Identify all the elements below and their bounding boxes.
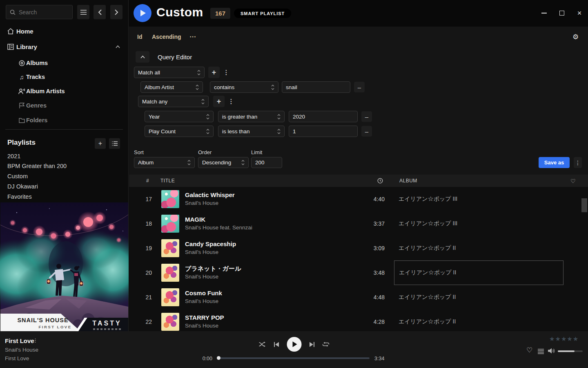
close-button[interactable]: × [573, 7, 586, 19]
next-button[interactable] [310, 342, 315, 347]
now-playing-artwork[interactable]: SNAIL'S HOUSE FIRST LOVE TASTY [0, 202, 129, 331]
track-album-cell[interactable]: エイリアン☆ポップ II [394, 236, 564, 260]
seek-bar[interactable] [218, 357, 370, 359]
playlist-item[interactable]: Favorites [7, 192, 32, 202]
scrollbar-thumb[interactable] [581, 198, 587, 212]
rule-field-select[interactable]: Year [145, 111, 214, 122]
rule-operator-select[interactable]: is less than [218, 126, 285, 137]
sort-select[interactable]: Album [134, 157, 195, 168]
sidebar-item-home[interactable]: Home [0, 25, 128, 37]
query-collapse-button[interactable] [136, 51, 149, 63]
search-box[interactable] [6, 5, 73, 19]
maximize-button[interactable] [556, 7, 568, 19]
track-album-cell[interactable]: エイリアン☆ポップ II [394, 285, 564, 310]
track-row[interactable]: 22 STARRY POP Snail's House 4:28 エイリアン☆ポ… [129, 310, 588, 331]
group-menu-button[interactable]: ⋮ [223, 67, 229, 78]
rule-value-field [289, 126, 358, 137]
group-menu-button[interactable]: ⋮ [228, 96, 234, 107]
previous-button[interactable] [274, 342, 279, 347]
limit-input[interactable] [255, 159, 278, 166]
track-album-cell[interactable]: エイリアン☆ポップ III [394, 187, 564, 211]
save-as-button[interactable]: Save as [539, 157, 570, 168]
seek-handle[interactable] [217, 356, 220, 360]
playlist-item[interactable]: Custom [7, 171, 28, 181]
track-row[interactable]: 20 プラネット・ガール Snail's House 3:48 エイリアン☆ポッ… [129, 260, 588, 285]
add-rule-button[interactable]: + [208, 67, 220, 78]
chevron-up-icon[interactable] [116, 45, 120, 48]
match-select[interactable]: Match all [134, 67, 205, 78]
heart-icon[interactable]: ♡ [526, 346, 532, 355]
track-album-cell[interactable]: エイリアン☆ポップ II [394, 260, 564, 285]
minimize-button[interactable] [538, 7, 550, 19]
track-row[interactable]: 19 Candy Spaceship Snail's House 3:09 エイ… [129, 236, 588, 260]
sidebar-item-library[interactable]: Library [0, 41, 128, 52]
track-album-cell[interactable]: エイリアン☆ポップ III [394, 211, 564, 236]
queue-button[interactable] [538, 348, 544, 356]
rule-value-input[interactable] [293, 114, 354, 120]
menu-button[interactable] [77, 5, 89, 19]
column-title[interactable]: TITLE [160, 178, 175, 184]
add-rule-button[interactable]: + [213, 96, 225, 107]
order-select[interactable]: Descending [198, 157, 249, 168]
track-album-cell[interactable]: エイリアン☆ポップ II [394, 310, 564, 331]
sidebar-divider [5, 129, 123, 130]
track-artist: Snail's House [185, 323, 218, 329]
list-sort-field[interactable]: Id [137, 34, 142, 40]
playlist-item[interactable]: BPM Greater than 200 [7, 161, 67, 171]
track-title: プラネット・ガール [185, 265, 241, 273]
playlist-item[interactable]: DJ Okawari [7, 182, 38, 191]
limit-field [251, 157, 282, 168]
list-sort-direction[interactable]: Ascending [152, 34, 181, 40]
now-playing-menu-button[interactable]: ⋮ [33, 337, 38, 343]
back-button[interactable] [94, 5, 106, 19]
remove-rule-button[interactable]: – [354, 82, 365, 92]
duration-column[interactable] [377, 178, 383, 185]
repeat-button[interactable] [323, 341, 330, 347]
sidebar-item-folders[interactable]: Folders [0, 114, 128, 126]
track-title: Cosmo Funk [185, 289, 222, 296]
column-number[interactable]: # [146, 178, 149, 184]
rule-field-select[interactable]: Play Count [145, 126, 214, 137]
match-select[interactable]: Match any [138, 96, 209, 107]
track-row[interactable]: 18 MAGIK Snail's House feat. Sennzai 3:3… [129, 211, 588, 236]
sidebar-item-tracks[interactable]: ♫ Tracks [0, 71, 128, 83]
volume-button[interactable] [548, 348, 555, 356]
track-row[interactable]: 17 Galactic Whisper Snail's House 4:40 エ… [129, 187, 588, 211]
play-pause-button[interactable] [287, 337, 302, 352]
column-album[interactable]: ALBUM [399, 178, 417, 184]
forward-button[interactable] [110, 5, 122, 19]
queue-icon [538, 349, 544, 354]
spinner-icon [277, 114, 281, 119]
rule-operator-value: is greater than [222, 114, 257, 120]
sidebar-item-label: Tracks [26, 74, 45, 80]
remove-rule-button[interactable]: – [361, 111, 372, 122]
more-icon[interactable]: ⋯ [189, 33, 196, 40]
rule-operator-select[interactable]: contains [210, 81, 278, 93]
track-row[interactable]: 21 Cosmo Funk Snail's House 4:48 エイリアン☆ポ… [129, 285, 588, 310]
rule-value-input[interactable] [286, 84, 346, 90]
rule-operator-select[interactable]: is greater than [218, 111, 285, 122]
forward-icon [115, 9, 118, 15]
heart-column[interactable]: ♡ [570, 178, 576, 184]
playlist-play-button[interactable] [134, 4, 151, 22]
remove-rule-button[interactable]: – [361, 126, 372, 137]
volume-slider[interactable] [558, 350, 583, 352]
sidebar-item-albums[interactable]: Albums [0, 57, 128, 69]
playlist-item[interactable]: 2021 [7, 151, 20, 161]
playlist-list-button[interactable] [109, 138, 120, 149]
shuffle-button[interactable] [259, 341, 266, 347]
spinner-icon [196, 85, 199, 90]
gear-icon[interactable]: ⚙ [572, 33, 579, 41]
rule-value-input[interactable] [293, 128, 354, 135]
genres-icon [18, 103, 25, 109]
sidebar-item-label: Album Artists [26, 88, 65, 94]
add-playlist-button[interactable]: + [95, 138, 106, 149]
rule-field-select[interactable]: Album Artist [140, 81, 203, 93]
sidebar-item-album-artists[interactable]: Album Artists [0, 85, 128, 97]
search-input[interactable] [19, 9, 64, 16]
save-menu-button[interactable]: ⋮ [574, 157, 582, 168]
sidebar-item-genres[interactable]: Genres [0, 100, 128, 111]
artwork-artist-banner: SNAIL'S HOUSE [0, 317, 86, 323]
track-artist: Snail's House [185, 298, 218, 304]
rating-stars[interactable]: ★★★★★ [549, 335, 579, 343]
